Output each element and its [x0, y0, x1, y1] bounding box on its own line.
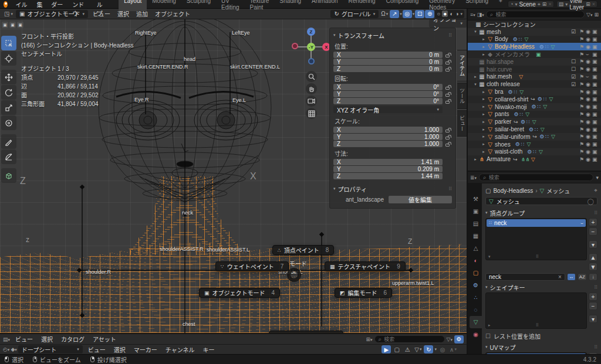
hide-eye-icon[interactable]: ◉ [586, 66, 592, 72]
vertex-groups-list[interactable]: ∷ neck ⌣ ▾⠿ [485, 218, 587, 260]
workspace-tab[interactable]: Layout [119, 0, 147, 11]
n-panel-tab[interactable]: ビュー [457, 110, 467, 137]
asset-settings-icon[interactable]: ⚙ [454, 335, 464, 343]
outliner-row[interactable]: ▸ Body-Headless ⚙∷ ▽ ⚑ ◉ ▣ [468, 43, 601, 50]
asset-editor-type-icon[interactable]: ▤▾ [3, 336, 10, 342]
checkbox-icon[interactable]: ☐ [485, 333, 491, 339]
blender-logo-icon[interactable] [4, 1, 8, 8]
selectability-icon[interactable]: ⚑ [579, 52, 586, 57]
selectability-icon[interactable]: ⚑ [579, 89, 586, 95]
workspace-tab[interactable]: Geometry Nodes [424, 0, 460, 11]
lock-icon[interactable] [443, 85, 452, 90]
properties-tab[interactable]: ◉ [470, 328, 482, 341]
scale-field[interactable]: Y1.000 [333, 134, 443, 140]
outliner-item-label[interactable]: Body [495, 36, 508, 42]
outliner-item-label[interactable]: shoes [495, 141, 511, 148]
outliner-item-label[interactable]: hair.shape [487, 59, 514, 65]
dimensions-field[interactable]: Z1.44 m [333, 173, 443, 179]
selectability-icon[interactable]: ⚑ [579, 149, 586, 155]
outliner-item-label[interactable]: pants [495, 111, 509, 117]
hide-eye-icon[interactable]: ◉ [586, 157, 592, 162]
hide-eye-icon[interactable]: ◉ [586, 59, 592, 64]
topbar-menu[interactable]: レンダー [47, 0, 68, 18]
mesh-name-field[interactable]: ▽ メッシュ ◯ [485, 197, 597, 205]
workspace-tab[interactable]: Texture Paint [245, 0, 275, 11]
vertex-group-name-field[interactable]: neck× [485, 273, 565, 281]
view-layer-name[interactable]: View Layer [569, 0, 584, 11]
hide-eye-icon[interactable]: ◉ [586, 81, 592, 87]
measure-tool[interactable] [1, 149, 16, 164]
outliner-item-label[interactable]: hair.curve [487, 66, 512, 73]
disable-render-icon[interactable]: ▣ [592, 29, 599, 35]
annotate-tool[interactable] [1, 134, 16, 149]
topbar-menu[interactable]: ファイル [11, 0, 32, 18]
lock-icon[interactable] [443, 99, 452, 104]
pan-hand-button[interactable] [306, 83, 317, 94]
disable-render-icon[interactable]: ▣ [592, 134, 599, 140]
list-filter-icon[interactable]: ▸ [488, 323, 491, 328]
expand-toggle-icon[interactable]: ▸ [481, 52, 487, 57]
dope-editor-type-icon[interactable]: ◴▾ [3, 346, 9, 352]
scale-field[interactable]: X1.000 [333, 127, 443, 133]
workspace-tab[interactable]: Animation [306, 0, 343, 11]
workspace-tab[interactable]: Rendering [343, 0, 381, 11]
hide-eye-icon[interactable]: ◉ [586, 89, 592, 95]
lock-icon[interactable] [443, 92, 452, 97]
topbar-menu[interactable]: 編集 [32, 0, 47, 18]
axis-z-negative[interactable] [308, 58, 315, 64]
expand-toggle-icon[interactable]: ▸ [481, 142, 487, 147]
add-vertex-group-button[interactable]: + [589, 218, 597, 226]
asset-filter-icon[interactable]: ▽▾ [447, 336, 453, 342]
falloff-icon[interactable]: ∧▾ [448, 345, 458, 353]
outliner-item-label[interactable]: hair.mesh [487, 73, 512, 80]
properties-tab[interactable]: ▦ [470, 230, 482, 242]
outliner-item-label[interactable]: sailar-beret [495, 126, 524, 132]
axis-z-positive[interactable]: Z [307, 28, 315, 36]
selectability-icon[interactable]: ⚑ [579, 66, 586, 72]
outliner-row[interactable]: ▸ shoes ⚙∷ ▽ ⚑ ◉ ▣ [468, 141, 601, 148]
new-layer-icon[interactable]: ⊞ [586, 1, 590, 7]
properties-tab[interactable]: △ [470, 242, 482, 254]
transform-tool[interactable] [1, 115, 16, 130]
rotation-order-dropdown[interactable]: XYZ オイラー角▾ [333, 106, 443, 113]
collection-checkbox[interactable]: ☑ [571, 81, 579, 87]
properties-search[interactable]: ⌕ [479, 174, 593, 181]
disable-render-icon[interactable]: ▣ [592, 111, 599, 117]
shape-key-specials-button[interactable]: ▾ [589, 315, 597, 323]
asset-search-input[interactable] [384, 336, 440, 342]
hide-eye-icon[interactable]: ◉ [586, 149, 592, 155]
display-mode-icon[interactable]: ⊞▾ [366, 336, 373, 342]
asset-menu[interactable]: カタログ [57, 335, 89, 343]
new-collection-icon[interactable]: ⊞ [594, 12, 599, 18]
outliner-item-label[interactable]: メインカメラ [495, 50, 530, 59]
expand-toggle-icon[interactable]: ▸ [481, 112, 487, 117]
redo-panel-icon[interactable]: ▣ [17, 22, 23, 28]
hide-eye-icon[interactable]: ◉ [586, 44, 592, 50]
expand-toggle-icon[interactable]: ▸ [481, 45, 487, 49]
show-hidden-icon[interactable]: ▢ [392, 345, 401, 353]
properties-tab[interactable]: ▣ [470, 205, 482, 217]
outliner-row[interactable]: ▸ parker ↪ ⚙∷ ▽ ⚑ ◉ ▣ [468, 118, 601, 125]
selectability-icon[interactable]: ⚑ [579, 157, 586, 162]
disable-render-icon[interactable]: ▣ [592, 44, 599, 50]
sort-down-button[interactable]: ↓ [589, 273, 597, 281]
camera-view-button[interactable] [306, 96, 317, 107]
dope-menu[interactable]: チャンネル [161, 345, 199, 354]
hide-eye-icon[interactable]: ◉ [586, 127, 592, 132]
rendered-shading-icon[interactable]: ◑ [455, 11, 458, 17]
pin-icon[interactable]: ⌖ [594, 187, 597, 194]
dope-menu[interactable]: ビュー [84, 345, 110, 354]
pie-menu-item[interactable]: ∴ 頂点ペイント 8 [272, 245, 334, 255]
properties-options-icon[interactable]: ▾ [596, 175, 599, 181]
hide-eye-icon[interactable]: ◉ [586, 119, 592, 125]
hide-eye-icon[interactable]: ◉ [586, 96, 592, 102]
properties-editor-type-icon[interactable]: ≣▾ [470, 175, 477, 181]
disable-render-icon[interactable]: ▣ [592, 74, 599, 80]
workspace-tab[interactable]: Scripting [460, 0, 494, 11]
zoom-button[interactable] [306, 71, 317, 82]
outliner-item-label[interactable]: Body-Headless [495, 43, 535, 50]
proportional-edit-icon[interactable]: ◎ [438, 345, 447, 353]
workspace-tab[interactable]: Compositing [381, 0, 424, 11]
material-shading-icon[interactable]: ◐ [450, 11, 453, 17]
disable-render-icon[interactable]: ▣ [592, 119, 599, 125]
